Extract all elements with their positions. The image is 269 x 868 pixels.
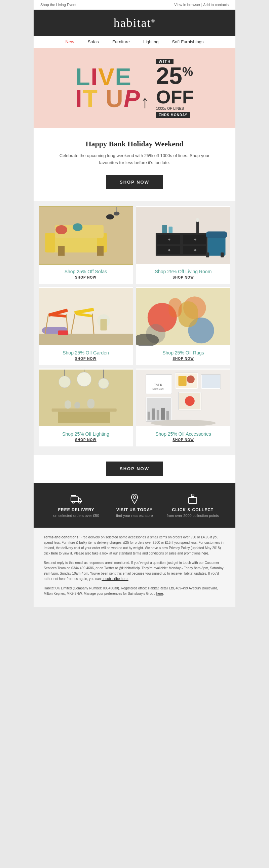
rugs-image xyxy=(136,287,230,346)
svg-rect-83 xyxy=(161,408,165,420)
svg-point-77 xyxy=(185,396,195,406)
footer-text-section: Terms and conditions: Free delivery on s… xyxy=(34,528,235,607)
product-rugs: Shop 25% Off Rugs SHOP NOW xyxy=(136,287,230,365)
truck-icon xyxy=(70,493,82,505)
delivery-title: FREE DELIVERY xyxy=(47,507,105,512)
collect-title: CLICK & COLLECT xyxy=(164,507,222,512)
svg-rect-7 xyxy=(58,246,64,255)
terms-link[interactable]: here xyxy=(201,552,208,555)
svg-rect-84 xyxy=(166,411,169,420)
product-row-3: Shop 25% Off Lighting SHOP NOW TATE Sout… xyxy=(39,369,230,446)
svg-rect-74 xyxy=(202,375,220,389)
footer-terms: Terms and conditions: Free delivery on s… xyxy=(44,535,225,556)
svg-rect-51 xyxy=(169,298,182,317)
footer-icons-bar: FREE DELIVERY on selected orders over £5… xyxy=(34,483,235,528)
svg-rect-62 xyxy=(64,400,71,408)
accessories-image: TATE South Bank xyxy=(136,369,230,427)
footer-visit-us: VISIT US TODAY find your nearest store xyxy=(105,493,163,518)
svg-rect-2 xyxy=(45,233,55,252)
svg-point-59 xyxy=(77,372,91,386)
navigation: New Sofas Furniture Lighting Soft Furnis… xyxy=(34,36,235,48)
svg-rect-44 xyxy=(100,319,107,330)
product-living: Shop 25% Off Living Room SHOP NOW xyxy=(136,206,230,284)
svg-rect-91 xyxy=(189,497,197,503)
accessories-label: Shop 25% Off Accessories xyxy=(136,427,230,438)
product-lighting: Shop 25% Off Lighting SHOP NOW xyxy=(39,369,133,446)
nav-item-furniture[interactable]: Furniture xyxy=(112,39,130,44)
svg-rect-24 xyxy=(169,226,173,233)
svg-rect-80 xyxy=(147,411,150,420)
privacy-policy-link[interactable]: here xyxy=(51,552,58,555)
svg-point-6 xyxy=(73,223,82,231)
product-grid: Shop 25% Off Sofas SHOP NOW xyxy=(34,201,235,455)
bottom-shop-now-button[interactable]: SHOP NOW xyxy=(106,462,163,476)
living-label: Shop 25% Off Living Room xyxy=(136,265,230,276)
svg-point-19 xyxy=(168,238,170,240)
nav-item-sofas[interactable]: Sofas xyxy=(88,39,99,44)
svg-rect-32 xyxy=(39,334,133,345)
bottom-cta-section: SHOP NOW xyxy=(34,455,235,483)
sainsburys-link[interactable]: here xyxy=(156,592,163,595)
nav-item-new[interactable]: New xyxy=(65,39,74,44)
svg-point-21 xyxy=(168,249,170,251)
delivery-sub: on selected orders over £50 xyxy=(47,514,105,518)
svg-point-61 xyxy=(99,378,109,389)
svg-rect-63 xyxy=(74,402,80,408)
sofas-label: Shop 25% Off Sofas xyxy=(39,265,133,276)
nav-item-lighting[interactable]: Lighting xyxy=(143,39,159,44)
hero-letters: L I V E I T U P ↑ xyxy=(75,67,149,109)
svg-rect-23 xyxy=(162,225,167,233)
svg-point-5 xyxy=(55,225,67,234)
footer-click-collect: CLICK & COLLECT from over 2000 collectio… xyxy=(164,493,222,518)
product-garden: Shop 25% Off Garden SHOP NOW xyxy=(39,287,133,365)
pin-icon xyxy=(129,493,140,505)
svg-rect-8 xyxy=(97,246,104,255)
top-bar-left: Shop the Living Event xyxy=(41,3,76,7)
garden-label: Shop 25% Off Garden xyxy=(39,346,133,357)
svg-rect-82 xyxy=(157,410,159,420)
lighting-shop-link[interactable]: SHOP NOW xyxy=(39,438,133,446)
add-to-contacts-link[interactable]: Add to contacts xyxy=(203,3,228,7)
garden-image xyxy=(39,287,133,346)
lighting-image xyxy=(39,369,133,427)
svg-rect-55 xyxy=(58,411,110,423)
svg-point-57 xyxy=(59,376,71,388)
logo: habitat® xyxy=(41,16,228,30)
footer-company: Habitat UK Limited (Company Number: 0054… xyxy=(44,586,225,596)
intro-section: Happy Bank Holiday Weekend Celebrate the… xyxy=(34,128,235,201)
svg-rect-71 xyxy=(179,376,187,386)
off-text: OFF xyxy=(156,88,194,106)
garden-shop-link[interactable]: SHOP NOW xyxy=(39,357,133,365)
hero-discount: WITH 25% OFF 1000s OF LINES ENDS MONDAY xyxy=(156,58,194,118)
product-sofas: Shop 25% Off Sofas SHOP NOW xyxy=(39,206,133,284)
nav-item-soft-furnishings[interactable]: Soft Furnishings xyxy=(172,39,204,44)
intro-heading: Happy Bank Holiday Weekend xyxy=(54,140,215,148)
intro-body: Celebrate the upcoming long weekend with… xyxy=(54,152,215,166)
discount-number: 25% xyxy=(156,63,193,89)
main-shop-now-button[interactable]: SHOP NOW xyxy=(106,175,163,189)
svg-point-12 xyxy=(114,212,119,216)
product-row-2: Shop 25% Off Garden SHOP NOW xyxy=(39,287,230,365)
rugs-shop-link[interactable]: SHOP NOW xyxy=(136,357,230,365)
view-in-browser-link[interactable]: View in browser xyxy=(174,3,200,7)
svg-rect-54 xyxy=(52,408,117,411)
svg-text:South Bank: South Bank xyxy=(152,388,164,390)
svg-rect-81 xyxy=(152,408,155,420)
living-shop-link[interactable]: SHOP NOW xyxy=(136,276,230,284)
svg-rect-29 xyxy=(206,252,210,257)
visit-title: VISIT US TODAY xyxy=(105,507,163,512)
svg-point-10 xyxy=(106,214,114,219)
svg-point-72 xyxy=(187,375,195,383)
svg-point-20 xyxy=(194,238,196,240)
living-image xyxy=(136,206,230,265)
svg-text:TATE: TATE xyxy=(154,383,162,386)
header: habitat® xyxy=(34,10,235,36)
unsubscribe-link[interactable]: unsubscribe here. xyxy=(102,577,129,581)
accessories-shop-link[interactable]: SHOP NOW xyxy=(136,438,230,446)
svg-point-22 xyxy=(194,249,196,251)
collect-sub: from over 2000 collection points xyxy=(164,514,222,518)
svg-point-87 xyxy=(72,501,74,503)
svg-rect-86 xyxy=(71,497,78,501)
sofas-shop-link[interactable]: SHOP NOW xyxy=(39,276,133,284)
svg-point-26 xyxy=(196,218,200,222)
